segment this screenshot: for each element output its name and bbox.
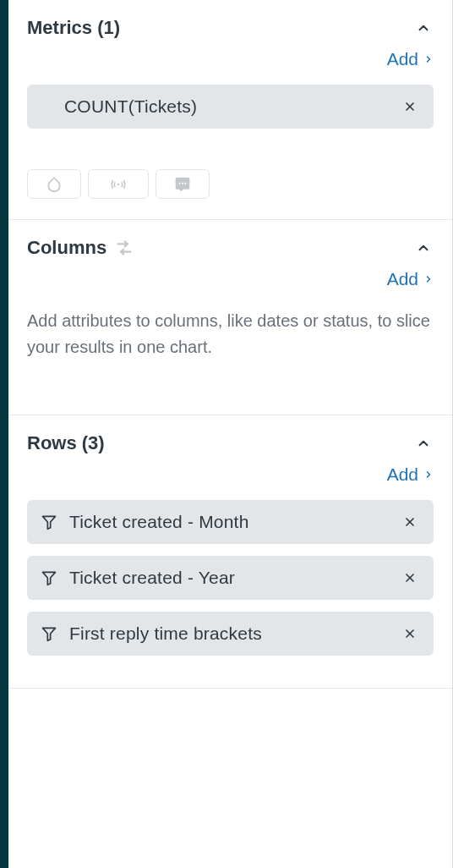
chevron-up-icon (416, 20, 431, 36)
row-chip[interactable]: Ticket created - Year (27, 556, 434, 600)
filter-icon (41, 625, 57, 642)
close-icon (403, 100, 417, 113)
row-chip-label: Ticket created - Month (69, 512, 249, 532)
svg-point-4 (182, 182, 183, 184)
rows-title: Rows (3) (27, 432, 105, 454)
columns-add-label: Add (387, 269, 418, 289)
config-panel: Metrics (1) Add COUNT(Tickets) (8, 0, 453, 868)
metrics-header[interactable]: Metrics (1) (27, 17, 434, 39)
columns-header[interactable]: Columns (27, 237, 434, 259)
rows-header[interactable]: Rows (3) (27, 432, 434, 454)
icon-toolbar (27, 169, 434, 199)
close-icon (403, 627, 417, 640)
rows-add-button[interactable]: Add (387, 464, 434, 485)
close-icon (403, 571, 417, 585)
svg-marker-6 (43, 516, 56, 529)
metrics-add-label: Add (387, 49, 418, 69)
svg-point-3 (179, 182, 181, 184)
water-icon-button[interactable] (27, 169, 81, 199)
rows-add-label: Add (387, 464, 418, 485)
comment-icon (174, 176, 191, 193)
rows-section: Rows (3) Add Ticket created - Month (8, 415, 452, 689)
filter-icon (41, 514, 57, 530)
filter-icon (41, 569, 57, 586)
metrics-section: Metrics (1) Add COUNT(Tickets) (8, 0, 452, 220)
chevron-up-icon (416, 436, 431, 451)
svg-marker-9 (43, 572, 56, 585)
columns-collapse-button[interactable] (413, 238, 434, 258)
metric-remove-button[interactable] (400, 96, 420, 117)
svg-marker-12 (43, 628, 56, 640)
columns-title: Columns (27, 237, 106, 259)
close-icon (403, 515, 417, 529)
chevron-right-icon (423, 54, 434, 64)
broadcast-icon (108, 176, 128, 193)
comment-icon-button[interactable] (156, 169, 210, 199)
chevron-up-icon (416, 240, 431, 255)
chevron-right-icon (423, 274, 434, 284)
row-chip[interactable]: First reply time brackets (27, 612, 434, 656)
row-chip-label: Ticket created - Year (69, 568, 235, 588)
metrics-title: Metrics (1) (27, 17, 120, 39)
left-stripe (0, 0, 8, 868)
columns-add-button[interactable]: Add (387, 269, 434, 289)
metric-chip[interactable]: COUNT(Tickets) (27, 85, 434, 129)
live-icon-button[interactable] (88, 169, 149, 199)
row-remove-button[interactable] (400, 512, 420, 532)
svg-point-2 (117, 183, 120, 185)
row-chip[interactable]: Ticket created - Month (27, 500, 434, 544)
columns-section: Columns Add (8, 220, 452, 415)
columns-helper-text: Add attributes to columns, like dates or… (27, 308, 434, 360)
row-remove-button[interactable] (400, 624, 420, 644)
row-chip-label: First reply time brackets (69, 624, 262, 644)
metrics-add-button[interactable]: Add (387, 49, 434, 69)
svg-point-5 (184, 182, 186, 184)
row-remove-button[interactable] (400, 568, 420, 588)
droplet-icon (46, 176, 63, 193)
metrics-collapse-button[interactable] (413, 18, 434, 38)
rows-collapse-button[interactable] (413, 433, 434, 453)
chevron-right-icon (423, 470, 434, 480)
metric-chip-label: COUNT(Tickets) (41, 96, 197, 117)
swap-icon (115, 239, 134, 257)
